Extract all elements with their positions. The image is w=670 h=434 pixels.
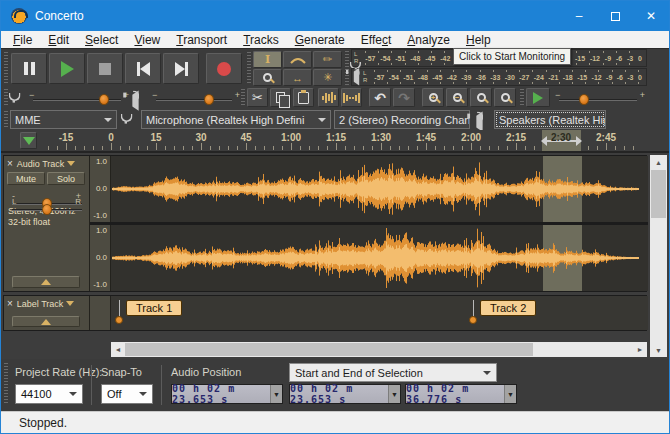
cut-button[interactable]: ✂: [247, 88, 268, 107]
track-label[interactable]: Track 1: [126, 300, 182, 316]
close-track-icon[interactable]: ×: [7, 298, 13, 309]
pinned-play-head-button[interactable]: [20, 132, 37, 149]
snap-to-select[interactable]: Off: [101, 384, 153, 404]
fit-project-button[interactable]: [494, 88, 516, 107]
minimize-button[interactable]: –: [561, 1, 597, 31]
vertical-scale-channel-1[interactable]: 1.0 0.0 -1.0: [90, 156, 111, 222]
vertical-scrollbar[interactable]: ▲ ▼: [650, 155, 667, 357]
timeline-ruler[interactable]: -1501530451:001:151:301:452:002:152:302:…: [1, 130, 669, 153]
pan-knob[interactable]: [42, 204, 52, 215]
label-track-content[interactable]: Track 1Track 2: [111, 296, 648, 330]
recording-device-select[interactable]: Microphone (Realtek High Defini: [141, 110, 331, 129]
selection-range-mode-select[interactable]: Start and End of Selection: [289, 363, 497, 382]
maximize-button[interactable]: [597, 1, 633, 31]
pause-button[interactable]: [11, 53, 47, 84]
scroll-right-icon[interactable]: ►: [633, 342, 647, 357]
scroll-down-icon[interactable]: ▼: [650, 343, 667, 357]
track-menu-icon[interactable]: [66, 301, 74, 306]
selection-right-arrow-icon: [576, 136, 582, 146]
time-field-spinner[interactable]: ▼: [270, 385, 282, 403]
redo-button[interactable]: ↷: [393, 88, 415, 107]
play-at-speed-grabber[interactable]: [520, 89, 524, 106]
play-at-speed-button[interactable]: [526, 88, 550, 107]
playback-device-select[interactable]: Speakers (Realtek High Definiti: [494, 110, 606, 129]
recording-meter-grabber[interactable]: [345, 51, 349, 67]
device-toolbar-grabber[interactable]: [4, 111, 8, 128]
menu-tracks[interactable]: Tracks: [235, 31, 287, 49]
paste-button[interactable]: [293, 88, 314, 107]
vertical-scale-channel-2[interactable]: 1.0 0.0 -1.0: [90, 225, 111, 291]
audacity-window: Concerto – ✕ FileEditSelectViewTransport…: [0, 0, 670, 434]
track-title[interactable]: Label Track: [17, 299, 64, 309]
collapse-track-button[interactable]: [12, 276, 80, 288]
zoom-tool-button[interactable]: [253, 69, 282, 86]
draw-tool-button[interactable]: ✏: [313, 51, 342, 68]
audio-position-field[interactable]: 00 h 02 m 23.653 s ▼: [171, 384, 283, 404]
waveform-channel-1[interactable]: [112, 157, 639, 221]
project-rate-select[interactable]: 44100: [15, 384, 83, 404]
time-field-spinner[interactable]: ▼: [388, 385, 400, 403]
skip-to-start-button[interactable]: [125, 53, 161, 84]
playback-speed-knob[interactable]: [579, 94, 589, 105]
trim-audio-button[interactable]: [318, 88, 339, 107]
label-flag-icon[interactable]: [473, 300, 474, 322]
close-button[interactable]: ✕: [633, 1, 669, 31]
selection-end-field[interactable]: 00 h 02 m 36.776 s ▼: [405, 384, 517, 404]
zoom-in-button[interactable]: +: [422, 88, 444, 107]
close-track-icon[interactable]: ×: [7, 158, 13, 169]
waveform-channel-1-area[interactable]: [111, 156, 648, 222]
menu-effect[interactable]: Effect: [353, 31, 399, 49]
track-label[interactable]: Track 2: [480, 300, 536, 316]
selection-toolbar-grabber[interactable]: [4, 363, 8, 405]
edit-toolbar-grabber[interactable]: [241, 89, 245, 106]
playback-meter[interactable]: LR -57-54-51-48-45-42-39-36-33-30-27-24-…: [351, 68, 647, 86]
output-device-icon: [476, 116, 482, 129]
menu-analyze[interactable]: Analyze: [399, 31, 458, 49]
zoom-out-button[interactable]: −: [446, 88, 468, 107]
recording-volume-knob[interactable]: [99, 94, 109, 105]
mixer-toolbar-grabber[interactable]: [4, 89, 8, 106]
track-menu-icon[interactable]: [67, 161, 75, 166]
transport-toolbar-grabber[interactable]: [4, 52, 8, 85]
time-field-spinner[interactable]: ▼: [504, 385, 516, 403]
solo-button[interactable]: Solo: [47, 172, 85, 185]
menu-transport[interactable]: Transport: [168, 31, 235, 49]
ruler-label: 1:30: [371, 132, 391, 143]
undo-button[interactable]: ↶: [369, 88, 391, 107]
stop-button[interactable]: [87, 53, 123, 84]
horizontal-scrollbar[interactable]: ◄ ►: [111, 342, 647, 357]
multi-tool-button[interactable]: ✳: [313, 69, 342, 86]
waveform-channel-2-area[interactable]: [111, 225, 648, 291]
record-button[interactable]: [206, 53, 242, 84]
menu-select[interactable]: Select: [77, 31, 126, 49]
play-button[interactable]: [49, 53, 85, 84]
label-flag-icon[interactable]: [119, 300, 120, 322]
horizontal-scrollbar-thumb[interactable]: [125, 343, 533, 356]
skip-to-end-button[interactable]: [163, 53, 199, 84]
track-title[interactable]: Audio Track: [17, 159, 65, 169]
scroll-left-icon[interactable]: ◄: [111, 342, 125, 357]
fit-selection-button[interactable]: [470, 88, 492, 107]
selection-tool-button[interactable]: I: [253, 51, 282, 68]
vertical-scrollbar-thumb[interactable]: [651, 170, 666, 218]
menu-help[interactable]: Help: [458, 31, 499, 49]
stop-icon: [99, 63, 111, 75]
playback-volume-knob[interactable]: [204, 94, 214, 105]
scroll-up-icon[interactable]: ▲: [650, 155, 667, 169]
chevron-down-icon: [104, 118, 112, 122]
envelope-tool-button[interactable]: [283, 51, 312, 68]
menu-view[interactable]: View: [126, 31, 168, 49]
waveform-channel-2[interactable]: [112, 226, 639, 290]
silence-audio-button[interactable]: [341, 88, 362, 107]
tools-toolbar-grabber[interactable]: [247, 52, 251, 85]
menu-generate[interactable]: Generate: [287, 31, 353, 49]
audio-host-select[interactable]: MME: [10, 110, 117, 129]
menu-edit[interactable]: Edit: [40, 31, 77, 49]
collapse-track-button[interactable]: [12, 316, 80, 327]
selection-start-field[interactable]: 00 h 02 m 23.653 s ▼: [289, 384, 401, 404]
recording-channels-select[interactable]: 2 (Stereo) Recording Channels: [334, 110, 470, 129]
time-shift-tool-button[interactable]: ↔: [283, 69, 312, 86]
menu-file[interactable]: File: [5, 31, 40, 49]
mute-button[interactable]: Mute: [7, 172, 45, 185]
copy-button[interactable]: [270, 88, 291, 107]
